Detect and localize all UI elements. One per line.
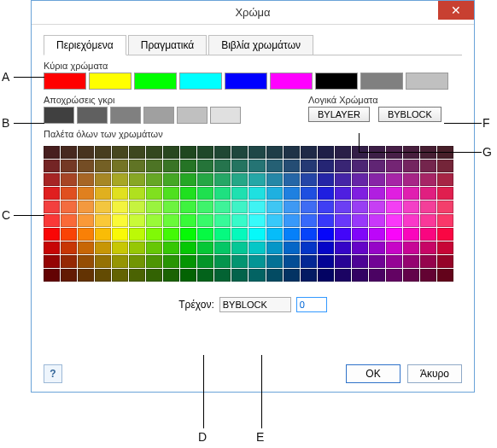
palette-cell[interactable] — [95, 214, 111, 227]
palette-cell[interactable] — [146, 160, 162, 172]
gray-swatch[interactable] — [110, 107, 141, 124]
palette-cell[interactable] — [112, 146, 128, 159]
palette-cell[interactable] — [352, 173, 368, 186]
palette-cell[interactable] — [95, 146, 111, 159]
main-color-swatch[interactable] — [406, 73, 448, 90]
palette-cell[interactable] — [437, 173, 453, 186]
palette-cell[interactable] — [95, 187, 111, 200]
palette-cell[interactable] — [301, 241, 317, 254]
palette-cell[interactable] — [420, 187, 436, 200]
palette-cell[interactable] — [214, 214, 231, 227]
palette-cell[interactable] — [335, 255, 351, 268]
palette-cell[interactable] — [231, 160, 248, 172]
palette-cell[interactable] — [248, 241, 265, 254]
palette-cell[interactable] — [420, 228, 436, 241]
palette-cell[interactable] — [163, 214, 179, 227]
palette-cell[interactable] — [112, 269, 128, 282]
palette-cell[interactable] — [78, 269, 94, 282]
palette-cell[interactable] — [437, 201, 453, 213]
palette-cell[interactable] — [284, 214, 300, 227]
tab-true-colors[interactable]: Πραγματικά — [128, 35, 207, 55]
palette-cell[interactable] — [44, 160, 60, 172]
palette-cell[interactable] — [248, 214, 265, 227]
palette-cell[interactable] — [284, 255, 300, 268]
palette-cell[interactable] — [231, 146, 248, 159]
palette-cell[interactable] — [403, 201, 419, 213]
palette-cell[interactable] — [95, 255, 111, 268]
palette-cell[interactable] — [163, 146, 179, 159]
palette-cell[interactable] — [61, 160, 77, 172]
help-button[interactable]: ? — [44, 364, 62, 383]
palette-cell[interactable] — [248, 228, 265, 241]
palette-cell[interactable] — [248, 146, 265, 159]
palette-cell[interactable] — [437, 269, 453, 282]
palette-cell[interactable] — [369, 187, 385, 200]
palette-cell[interactable] — [284, 187, 300, 200]
palette-cell[interactable] — [197, 241, 213, 254]
palette-cell[interactable] — [163, 228, 179, 241]
palette-cell[interactable] — [369, 201, 385, 213]
palette-cell[interactable] — [61, 255, 77, 268]
palette-cell[interactable] — [163, 201, 179, 213]
palette-cell[interactable] — [403, 173, 419, 186]
palette-cell[interactable] — [318, 241, 334, 254]
tab-index-colors[interactable]: Περιεχόμενα — [44, 35, 126, 55]
palette-cell[interactable] — [163, 187, 179, 200]
palette-cell[interactable] — [78, 228, 94, 241]
palette-cell[interactable] — [301, 269, 317, 282]
palette-cell[interactable] — [386, 255, 402, 268]
palette-cell[interactable] — [369, 173, 385, 186]
palette-cell[interactable] — [352, 228, 368, 241]
palette-cell[interactable] — [420, 269, 436, 282]
palette-cell[interactable] — [420, 214, 436, 227]
palette-cell[interactable] — [214, 146, 231, 159]
palette-cell[interactable] — [231, 173, 248, 186]
main-color-swatch[interactable] — [44, 73, 86, 90]
main-color-swatch[interactable] — [315, 73, 358, 90]
palette-cell[interactable] — [214, 173, 231, 186]
palette-cell[interactable] — [197, 146, 213, 159]
palette-cell[interactable] — [403, 160, 419, 172]
palette-cell[interactable] — [437, 241, 453, 254]
gray-swatch[interactable] — [77, 107, 108, 124]
palette-cell[interactable] — [437, 160, 453, 172]
palette-cell[interactable] — [335, 241, 351, 254]
palette-cell[interactable] — [266, 187, 283, 200]
byblock-button[interactable]: BYBLOCK — [378, 107, 441, 122]
palette-cell[interactable] — [369, 160, 385, 172]
palette-cell[interactable] — [78, 255, 94, 268]
palette-cell[interactable] — [301, 146, 317, 159]
palette-cell[interactable] — [231, 214, 248, 227]
palette-cell[interactable] — [197, 214, 213, 227]
palette-cell[interactable] — [44, 228, 60, 241]
palette-cell[interactable] — [284, 146, 300, 159]
palette-cell[interactable] — [248, 187, 265, 200]
palette-cell[interactable] — [214, 241, 231, 254]
tab-color-books[interactable]: Βιβλία χρωμάτων — [208, 35, 313, 55]
palette-cell[interactable] — [197, 255, 213, 268]
palette-cell[interactable] — [44, 255, 60, 268]
palette-cell[interactable] — [129, 228, 145, 241]
palette-cell[interactable] — [214, 201, 231, 213]
palette-cell[interactable] — [335, 228, 351, 241]
palette-cell[interactable] — [386, 228, 402, 241]
palette-cell[interactable] — [95, 160, 111, 172]
palette-cell[interactable] — [318, 160, 334, 172]
palette-cell[interactable] — [146, 146, 162, 159]
gray-swatch[interactable] — [143, 107, 174, 124]
palette-cell[interactable] — [214, 269, 231, 282]
palette-cell[interactable] — [266, 201, 283, 213]
palette-cell[interactable] — [266, 173, 283, 186]
palette-cell[interactable] — [335, 146, 351, 159]
palette-cell[interactable] — [335, 173, 351, 186]
palette-cell[interactable] — [284, 160, 300, 172]
palette-cell[interactable] — [112, 173, 128, 186]
palette-cell[interactable] — [301, 214, 317, 227]
palette-cell[interactable] — [266, 160, 283, 172]
palette-cell[interactable] — [403, 269, 419, 282]
palette-cell[interactable] — [78, 187, 94, 200]
palette-cell[interactable] — [129, 214, 145, 227]
palette-cell[interactable] — [284, 269, 300, 282]
gray-swatch[interactable] — [177, 107, 208, 124]
palette-cell[interactable] — [197, 201, 213, 213]
